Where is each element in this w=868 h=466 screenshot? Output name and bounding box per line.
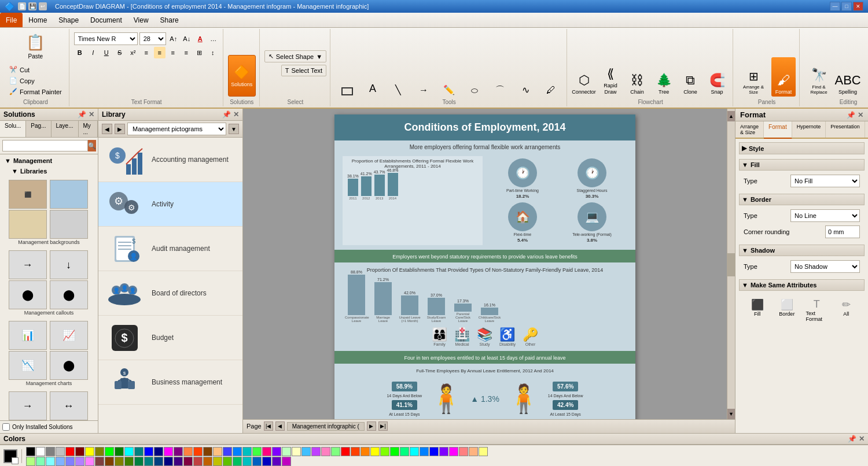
color-swatch-ff4000[interactable] bbox=[351, 447, 360, 456]
library-item-audit[interactable]: $ 👤 Audit management bbox=[98, 227, 242, 271]
management-connector-thumb-1[interactable]: → bbox=[9, 391, 47, 420]
library-panel-close[interactable]: ✕ bbox=[233, 110, 239, 119]
color-swatch-0080ff[interactable] bbox=[233, 447, 242, 456]
color-swatch-008080[interactable] bbox=[144, 457, 153, 466]
font-family-select[interactable]: Times New R bbox=[74, 32, 138, 45]
font-color-btn[interactable]: A bbox=[194, 33, 206, 45]
management-callout-thumb-3[interactable]: ⬤ bbox=[9, 280, 47, 309]
management-charts-thumb-2[interactable]: 📈 bbox=[50, 321, 88, 350]
color-swatch-808080[interactable] bbox=[46, 447, 55, 456]
color-swatch-b3ff80[interactable] bbox=[26, 457, 35, 466]
solutions-panel-pin[interactable]: 📌 bbox=[78, 110, 86, 119]
line-tool[interactable]: ╲ bbox=[386, 57, 410, 97]
current-color-swatch[interactable] bbox=[3, 449, 17, 463]
color-swatch-60c000[interactable] bbox=[223, 457, 232, 466]
color-swatch-00ff00[interactable] bbox=[105, 447, 114, 456]
solutions-tab-layers[interactable]: Laye... bbox=[52, 121, 79, 137]
arrange-size-button[interactable]: ⊞ Arrange & Size bbox=[738, 57, 769, 97]
new-icon[interactable]: 📄 bbox=[18, 2, 26, 10]
menu-view[interactable]: View bbox=[128, 13, 155, 27]
color-swatch-408000[interactable] bbox=[124, 457, 134, 466]
color-swatch-400080[interactable] bbox=[174, 457, 183, 466]
management-bg-thumb-2[interactable] bbox=[50, 180, 88, 209]
color-swatch-ff8000[interactable] bbox=[361, 447, 370, 456]
library-dropdown[interactable]: Management pictograms bbox=[127, 123, 226, 135]
color-swatch-000000[interactable] bbox=[26, 447, 35, 456]
color-swatch-4040ff[interactable] bbox=[223, 447, 232, 456]
bezier-tool[interactable]: ∿ bbox=[513, 57, 538, 97]
library-forward-btn[interactable]: ▶ bbox=[115, 124, 125, 134]
menu-shape[interactable]: Shape bbox=[53, 13, 84, 27]
color-swatch-c0ffc0[interactable] bbox=[282, 447, 291, 456]
make-same-fill-btn[interactable]: ⬛ Fill bbox=[744, 295, 771, 325]
clone-button[interactable]: ⧉ Clone bbox=[678, 57, 703, 97]
management-charts-thumb-3[interactable]: 📉 bbox=[9, 351, 47, 380]
color-swatch-00c0c0[interactable] bbox=[242, 457, 252, 466]
format-border-type-select[interactable]: No Line bbox=[790, 209, 860, 222]
maximize-btn[interactable]: □ bbox=[841, 2, 852, 11]
solutions-management-section[interactable]: ▼ Management bbox=[2, 156, 95, 166]
format-corner-rounding-input[interactable] bbox=[825, 225, 860, 238]
color-swatch-8000ff[interactable] bbox=[272, 447, 281, 456]
format-tab-hypernote[interactable]: Hypernote bbox=[792, 121, 826, 138]
color-swatch-000080[interactable] bbox=[164, 457, 173, 466]
only-installed-checkbox[interactable] bbox=[2, 423, 10, 431]
color-swatch-00c060[interactable] bbox=[233, 457, 242, 466]
color-swatch-008080[interactable] bbox=[134, 447, 144, 456]
color-swatch-ff8080[interactable] bbox=[459, 447, 468, 456]
underline-btn[interactable]: U bbox=[101, 47, 112, 58]
menu-share[interactable]: Share bbox=[155, 13, 185, 27]
chain-button[interactable]: ⛓ Chain bbox=[625, 57, 649, 97]
color-swatch-800040[interactable] bbox=[183, 457, 193, 466]
save-icon[interactable]: 💾 bbox=[28, 2, 36, 10]
format-border-header[interactable]: ▼ Border bbox=[739, 194, 865, 205]
management-callout-thumb-4[interactable]: ⬤ bbox=[50, 280, 88, 309]
color-swatch-800000[interactable] bbox=[75, 447, 84, 456]
color-swatch-0080ff[interactable] bbox=[420, 447, 429, 456]
color-swatch-ff00ff[interactable] bbox=[449, 447, 458, 456]
color-swatch-000080[interactable] bbox=[154, 447, 163, 456]
rapid-draw-button[interactable]: ⟪ Rapid Draw bbox=[598, 57, 623, 97]
color-swatch-800080[interactable] bbox=[174, 447, 183, 456]
color-swatch-ffffff[interactable] bbox=[36, 447, 45, 456]
page-nav-first[interactable]: |◀ bbox=[264, 421, 273, 431]
format-tab-presentation[interactable]: Presentation bbox=[826, 121, 865, 138]
align-block-btn[interactable]: ⊞ bbox=[194, 47, 205, 58]
color-swatch-ffff80[interactable] bbox=[479, 447, 488, 456]
format-tab-format[interactable]: Format bbox=[764, 121, 792, 139]
color-swatch-c040ff[interactable] bbox=[311, 447, 321, 456]
color-swatch-80ffff[interactable] bbox=[46, 457, 55, 466]
color-swatch-008040[interactable] bbox=[134, 457, 144, 466]
color-swatch-804000[interactable] bbox=[105, 457, 114, 466]
spelling-button[interactable]: ABC Spelling bbox=[836, 57, 860, 97]
color-swatch-ff00ff[interactable] bbox=[164, 447, 173, 456]
minimize-btn[interactable]: — bbox=[830, 2, 840, 11]
format-panel-pin[interactable]: 📌 bbox=[847, 111, 855, 119]
format-panel-close[interactable]: ✕ bbox=[858, 111, 863, 119]
superscript-btn[interactable]: x² bbox=[127, 47, 139, 58]
color-swatch-c0c000[interactable] bbox=[213, 457, 222, 466]
text-tool[interactable]: A bbox=[361, 57, 385, 97]
menu-home[interactable]: Home bbox=[23, 13, 53, 27]
color-swatch-6000c0[interactable] bbox=[272, 457, 281, 466]
rect-tool[interactable] bbox=[335, 57, 359, 97]
format-style-header[interactable]: ▶ Style bbox=[739, 142, 865, 154]
color-swatch-c000c0[interactable] bbox=[282, 457, 291, 466]
color-swatch-00ff80[interactable] bbox=[400, 447, 409, 456]
select-shape-button[interactable]: ↖ Select Shape ▼ bbox=[264, 50, 326, 62]
solutions-tab-my[interactable]: My ... bbox=[79, 121, 98, 137]
format-fill-header[interactable]: ▼ Fill bbox=[739, 159, 865, 171]
freehand-tool[interactable]: 🖊 bbox=[539, 57, 563, 97]
arrow-tool[interactable]: → bbox=[411, 57, 436, 97]
color-swatch-008000[interactable] bbox=[115, 447, 124, 456]
management-bg-thumb-1[interactable]: ⬛ bbox=[9, 180, 47, 209]
color-swatch-ff80ff[interactable] bbox=[85, 457, 94, 466]
copy-button[interactable]: 📄 Copy bbox=[6, 76, 65, 86]
color-swatch-ff8040[interactable] bbox=[183, 447, 193, 456]
color-swatch-ff80c0[interactable] bbox=[321, 447, 330, 456]
library-item-board[interactable]: 👤 👤 👤 Board of directors bbox=[98, 271, 242, 316]
management-bg-thumb-3[interactable] bbox=[9, 210, 47, 239]
solutions-libraries-section[interactable]: ▼ Libraries bbox=[9, 166, 95, 176]
color-swatch-00c0c0[interactable] bbox=[242, 447, 252, 456]
color-swatch-80b3ff[interactable] bbox=[56, 457, 65, 466]
